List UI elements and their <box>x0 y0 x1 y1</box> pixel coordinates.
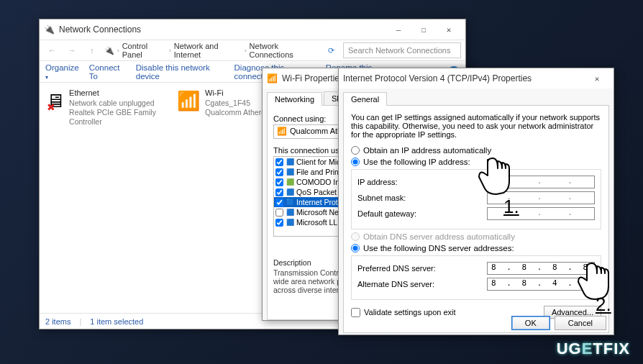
alternate-dns-input[interactable]: 8 . 8 . 4 . 4 <box>487 278 595 291</box>
ipv4-close-button[interactable]: ✕ <box>585 70 609 86</box>
wifi-props-icon: 📶 <box>267 73 278 83</box>
radio-ip-manual[interactable]: Use the following IP address: <box>351 158 601 166</box>
close-button[interactable]: ✕ <box>437 22 461 37</box>
breadcrumb[interactable]: 🔌› Control Panel› Network and Internet› … <box>104 42 319 59</box>
preferred-dns-input[interactable]: 8 . 8 . 8 . 8 <box>487 262 595 275</box>
up-button[interactable]: ↑ <box>84 42 100 58</box>
radio-dns-auto: Obtain DNS server address automatically <box>351 232 601 241</box>
back-button[interactable]: ← <box>44 42 60 58</box>
address-bar: ← → ↑ 🔌› Control Panel› Network and Inte… <box>40 40 465 61</box>
main-titlebar: 🔌 Network Connections — ☐ ✕ <box>40 19 465 40</box>
ethernet-icon: 🖥✖ <box>45 88 65 113</box>
maximize-button[interactable]: ☐ <box>411 22 436 37</box>
gateway-input[interactable]: . . . <box>487 207 595 220</box>
organize-menu[interactable]: Organize <box>45 63 79 81</box>
search-input[interactable]: Search Network Connections <box>343 42 461 58</box>
radio-ip-auto[interactable]: Obtain an IP address automatically <box>351 146 601 155</box>
subnet-mask-input[interactable]: . . . <box>487 191 595 204</box>
disable-device-button[interactable]: Disable this network device <box>136 63 224 81</box>
connect-to-button[interactable]: Connect To <box>89 63 126 81</box>
cancel-button[interactable]: Cancel <box>555 316 606 330</box>
refresh-button[interactable]: ⟳ <box>323 42 339 58</box>
network-icon: 🔌 <box>44 24 55 35</box>
ok-button[interactable]: OK <box>511 316 550 330</box>
watermark-logo: UGETFIX <box>557 340 630 358</box>
selected-count: 1 item selected <box>90 317 143 326</box>
ipv4-title: Internet Protocol Version 4 (TCP/IPv4) P… <box>343 73 532 83</box>
wifi-title: Wi-Fi Properties <box>282 73 344 83</box>
main-title: Network Connections <box>59 24 141 35</box>
connection-ethernet[interactable]: 🖥✖ Ethernet Network cable unplugged Real… <box>42 86 169 129</box>
minimize-button[interactable]: — <box>386 22 411 37</box>
tab-networking[interactable]: Networking <box>267 92 322 106</box>
ip-address-input[interactable]: . . . <box>487 176 595 188</box>
ipv4-info-text: You can get IP settings assigned automat… <box>351 113 601 139</box>
tab-general[interactable]: General <box>343 92 387 106</box>
wifi-icon: 📶 <box>176 88 201 113</box>
forward-button[interactable]: → <box>64 42 80 58</box>
ipv4-properties-dialog: Internet Protocol Version 4 (TCP/IPv4) P… <box>338 68 614 335</box>
radio-dns-manual[interactable]: Use the following DNS server addresses: <box>351 244 601 252</box>
item-count: 2 items <box>45 317 70 326</box>
